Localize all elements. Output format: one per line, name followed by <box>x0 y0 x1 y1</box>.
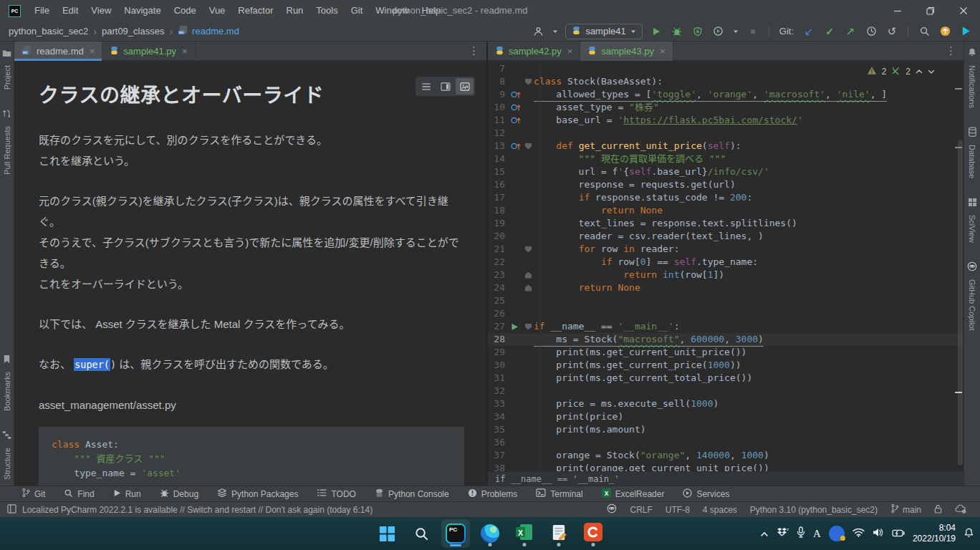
battery-icon[interactable] <box>892 527 905 540</box>
status-lock[interactable] <box>928 504 948 516</box>
taskbar-pycharm-button[interactable]: PC <box>441 519 470 548</box>
code-line-37[interactable]: 37 orange = Stock("orange", 140000, 1000… <box>488 449 964 462</box>
taskbar-search-button[interactable] <box>407 519 436 548</box>
error-stripe-mark[interactable] <box>955 147 962 148</box>
status-cloud[interactable] <box>948 504 973 516</box>
run-configuration-select[interactable]: sample41 <box>565 24 642 39</box>
inspections-widget[interactable]: 2 2 <box>863 64 939 79</box>
tab-readme-md[interactable]: MDreadme.md× <box>14 42 102 61</box>
minimize-button[interactable] <box>881 0 914 21</box>
toolwindow-python-console[interactable]: Python Console <box>375 488 449 500</box>
tab-sample43-py[interactable]: sample43.py× <box>580 42 673 61</box>
code-line-15[interactable]: 15 url = f'{self.base_url}/info/csv/' <box>488 165 964 178</box>
tool-button-pull-requests[interactable]: Pull Requests <box>2 108 11 175</box>
status-message[interactable]: Localized PyCharm 2022.2.1 is available … <box>22 505 373 515</box>
status-utf-8[interactable]: UTF-8 <box>659 505 696 515</box>
error-stripe-mark[interactable] <box>955 392 962 393</box>
error-stripe-mark[interactable] <box>955 88 962 90</box>
git-push-button[interactable]: ↗ <box>843 24 858 39</box>
code-line-23[interactable]: 23 return int(row[1]) <box>488 269 964 281</box>
fold-icon[interactable] <box>525 324 532 330</box>
dropbox-icon[interactable]: z <box>777 527 789 541</box>
breadcrumb-part09-classes[interactable]: part09_classes <box>102 26 164 37</box>
tool-button-github-copilot[interactable]: GitHub Copilot <box>967 261 977 331</box>
chevron-down-icon[interactable] <box>552 24 559 39</box>
menu-navigate[interactable]: Navigate <box>117 0 167 21</box>
override-gutter-icon[interactable] <box>511 140 523 153</box>
restore-button[interactable] <box>914 0 947 21</box>
override-gutter-icon[interactable] <box>511 101 523 114</box>
code-line-36[interactable]: 36 <box>488 436 964 449</box>
close-icon[interactable]: × <box>182 46 188 57</box>
scrollbar[interactable] <box>958 140 963 465</box>
tool-button-project[interactable]: Project <box>2 47 11 90</box>
toolwindow-run[interactable]: Run <box>113 489 141 499</box>
volume-icon[interactable] <box>873 527 884 540</box>
menu-tools[interactable]: Tools <box>309 0 344 21</box>
menu-vue[interactable]: Vue <box>203 0 232 21</box>
run-button[interactable] <box>649 24 663 39</box>
code-line-25[interactable]: 25 <box>488 294 964 307</box>
chevron-down-icon[interactable] <box>732 24 739 39</box>
code-line-12[interactable]: 12 <box>488 127 964 140</box>
status-python-3-10-python-basic-sec2[interactable]: Python 3.10 (python_basic_sec2) <box>744 505 884 515</box>
breadcrumb-python-basic-sec2[interactable]: python_basic_sec2 <box>9 26 88 37</box>
git-commit-button[interactable]: ✓ <box>822 24 837 39</box>
code-line-28[interactable]: 28 ms = Stock("macrosoft", 600000, 3000) <box>488 333 964 346</box>
code-line-29[interactable]: 29 print(ms.get_current_unit_price()) <box>488 346 964 359</box>
code-line-33[interactable]: 33 price = ms.execute_sell(1000) <box>488 397 964 410</box>
user-account-icon[interactable] <box>531 24 545 39</box>
override-gutter-icon[interactable] <box>511 88 523 101</box>
tray-app-icon[interactable] <box>829 526 845 541</box>
taskbar-edge-button[interactable] <box>476 519 504 548</box>
ide-play-icon[interactable] <box>959 24 973 39</box>
fold-icon[interactable] <box>525 79 532 85</box>
menu-git[interactable]: Git <box>345 0 370 21</box>
wifi-icon[interactable] <box>852 527 865 540</box>
profiler-button[interactable] <box>711 24 726 39</box>
code-line-18[interactable]: 18 return None <box>488 204 964 217</box>
fold-icon[interactable] <box>525 143 532 150</box>
menu-edit[interactable]: Edit <box>56 0 85 21</box>
menu-view[interactable]: View <box>85 0 117 21</box>
preview-only-button[interactable] <box>456 78 474 95</box>
layout-icon[interactable] <box>7 504 16 516</box>
taskbar-excel-button[interactable]: X <box>510 519 539 548</box>
code-line-30[interactable]: 30 print(ms.get_current_price(1000)) <box>488 359 964 372</box>
toolwindow-todo[interactable]: TODO <box>317 488 355 499</box>
tool-button-bookmarks[interactable]: Bookmarks <box>3 354 11 411</box>
tab-options-icon[interactable]: ⋮ <box>469 44 479 57</box>
tab-sample42-py[interactable]: sample42.py× <box>488 42 580 61</box>
toolwindow-services[interactable]: Services <box>683 488 729 500</box>
fold-icon[interactable] <box>525 246 532 253</box>
code-line-10[interactable]: 10 asset_type = "株券" <box>488 101 964 114</box>
menu-run[interactable]: Run <box>280 0 310 21</box>
toolwindow-excelreader[interactable]: XExcelReader <box>602 488 665 500</box>
menu-file[interactable]: File <box>28 0 56 21</box>
toolwindow-python-packages[interactable]: Python Packages <box>217 488 298 500</box>
code-line-35[interactable]: 35 print(ms.amount) <box>488 423 964 436</box>
toolwindow-problems[interactable]: Problems <box>468 488 518 500</box>
run-gutter-icon[interactable] <box>511 320 523 333</box>
code-line-32[interactable]: 32 <box>488 385 964 397</box>
code-line-24[interactable]: 24 return None <box>488 281 964 294</box>
fold-icon[interactable] <box>525 272 532 279</box>
rollback-button[interactable]: ↺ <box>885 24 899 39</box>
history-button[interactable] <box>864 24 878 39</box>
code-line-17[interactable]: 17 if response.status_code != 200: <box>488 191 964 204</box>
start-button[interactable] <box>373 519 401 548</box>
override-gutter-icon[interactable] <box>511 114 523 127</box>
code-line-20[interactable]: 20 reader = csv.reader(text_lines, ) <box>488 230 964 243</box>
toolwindow-git[interactable]: Git <box>21 488 45 500</box>
microphone-icon[interactable] <box>797 526 805 541</box>
code-line-9[interactable]: 9 allowed_types = ['toggle', 'orange', '… <box>488 88 964 101</box>
tray-chevron-icon[interactable] <box>760 527 769 540</box>
chevron-down-icon[interactable] <box>928 67 935 77</box>
code-line-22[interactable]: 22 if row[0] == self.type_name: <box>488 256 964 269</box>
menu-code[interactable]: Code <box>168 0 203 21</box>
tab-sample41-py[interactable]: sample41.py× <box>102 42 195 61</box>
status-copilot[interactable] <box>600 503 623 516</box>
tab-options-icon[interactable]: ⋮ <box>946 44 956 57</box>
tool-button-notifications[interactable]: Notifications <box>967 47 977 108</box>
close-icon[interactable]: × <box>660 46 666 57</box>
